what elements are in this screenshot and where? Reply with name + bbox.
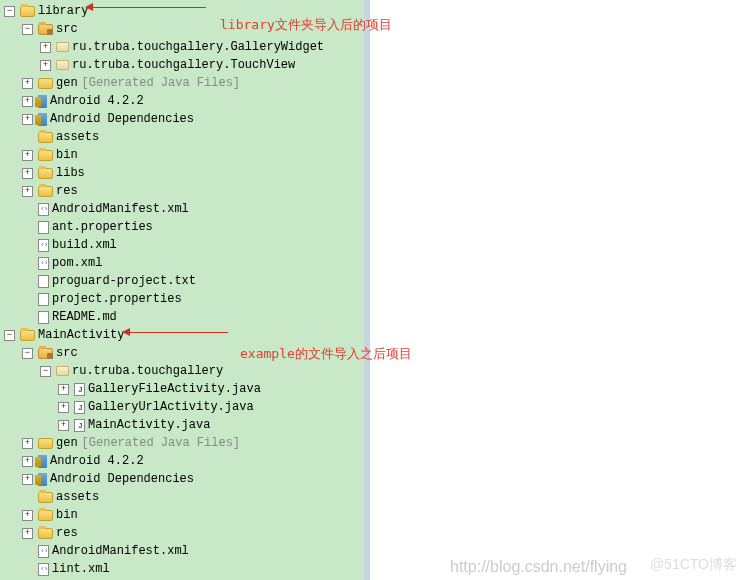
expander-icon[interactable]: −	[4, 6, 15, 17]
file-icon	[38, 221, 49, 234]
tree-label-suffix: [Generated Java Files]	[82, 436, 240, 450]
expander-icon[interactable]: +	[22, 474, 33, 485]
expander-icon[interactable]: −	[4, 330, 15, 341]
tree-label: AndroidManifest.xml	[52, 544, 189, 558]
tree-label: assets	[56, 490, 99, 504]
expander-icon[interactable]: −	[22, 24, 33, 35]
expander-icon[interactable]: +	[22, 114, 33, 125]
file-icon	[38, 293, 49, 306]
expander-icon[interactable]: +	[22, 168, 33, 179]
expander-icon[interactable]: +	[58, 384, 69, 395]
tree-label: GalleryFileActivity.java	[88, 382, 261, 396]
folder-gen[interactable]: +gen[Generated Java Files]	[0, 74, 364, 92]
expander-icon[interactable]: −	[40, 366, 51, 377]
expander-icon[interactable]: +	[22, 78, 33, 89]
file-build-xml[interactable]: build.xml	[0, 236, 364, 254]
file-icon	[38, 275, 49, 288]
tree-label: proguard-project.txt	[52, 274, 196, 288]
lib-dependencies[interactable]: +Android Dependencies	[0, 110, 364, 128]
folder-icon	[38, 150, 53, 161]
tree-label: libs	[56, 166, 85, 180]
tree-label: res	[56, 184, 78, 198]
file-pom-xml[interactable]: pom.xml	[0, 254, 364, 272]
expander-icon[interactable]: +	[22, 438, 33, 449]
file-galleryfileactivity[interactable]: +GalleryFileActivity.java	[0, 380, 364, 398]
gen-icon	[38, 438, 53, 449]
package-icon	[56, 366, 69, 376]
tree-label-suffix: [Generated Java Files]	[82, 76, 240, 90]
folder-src[interactable]: −src	[0, 20, 364, 38]
folder-src-2[interactable]: −src	[0, 344, 364, 362]
tree-label: README.md	[52, 310, 117, 324]
tree-label: GalleryUrlActivity.java	[88, 400, 254, 414]
file-manifest-2[interactable]: AndroidManifest.xml	[0, 542, 364, 560]
expander-icon[interactable]: +	[22, 150, 33, 161]
java-icon	[74, 419, 85, 432]
lib-jar-icon	[38, 473, 47, 486]
package-explorer-tree[interactable]: −library−src+ru.truba.touchgallery.Galle…	[0, 0, 370, 580]
tree-label: build.xml	[52, 238, 117, 252]
tree-label: pom.xml	[52, 256, 102, 270]
file-readme[interactable]: README.md	[0, 308, 364, 326]
file-galleryurlactivity[interactable]: +GalleryUrlActivity.java	[0, 398, 364, 416]
tree-label: project.properties	[52, 292, 182, 306]
tree-label: Android 4.2.2	[50, 454, 144, 468]
tree-label: AndroidManifest.xml	[52, 202, 189, 216]
tree-label: src	[56, 22, 78, 36]
folder-assets-2[interactable]: assets	[0, 488, 364, 506]
lib-android-2[interactable]: +Android 4.2.2	[0, 452, 364, 470]
folder-icon	[38, 492, 53, 503]
tree-label: src	[56, 346, 78, 360]
xml-icon	[38, 563, 49, 576]
lib-dependencies-2[interactable]: +Android Dependencies	[0, 470, 364, 488]
folder-libs[interactable]: +libs	[0, 164, 364, 182]
expander-icon[interactable]: +	[40, 42, 51, 53]
java-icon	[74, 401, 85, 414]
tree-label: Android Dependencies	[50, 472, 194, 486]
expander-icon[interactable]: +	[40, 60, 51, 71]
file-lint-xml[interactable]: lint.xml	[0, 560, 364, 578]
expander-icon[interactable]: +	[22, 96, 33, 107]
xml-icon	[38, 203, 49, 216]
expander-icon[interactable]: +	[22, 510, 33, 521]
package-icon	[56, 60, 69, 70]
tree-label: ant.properties	[52, 220, 153, 234]
folder-icon	[38, 510, 53, 521]
expander-icon[interactable]: +	[22, 186, 33, 197]
project-mainactivity[interactable]: −MainActivity	[0, 326, 364, 344]
folder-res-2[interactable]: +res	[0, 524, 364, 542]
tree-label: bin	[56, 508, 78, 522]
tree-label: bin	[56, 148, 78, 162]
tree-label: lint.xml	[52, 562, 110, 576]
project-library[interactable]: −library	[0, 2, 364, 20]
lib-android[interactable]: +Android 4.2.2	[0, 92, 364, 110]
package-touchgallery[interactable]: −ru.truba.touchgallery	[0, 362, 364, 380]
expander-icon[interactable]: +	[58, 420, 69, 431]
lib-jar-icon	[38, 455, 47, 468]
java-icon	[74, 383, 85, 396]
folder-src-icon	[38, 348, 53, 359]
folder-gen-2[interactable]: +gen[Generated Java Files]	[0, 434, 364, 452]
package-touchview[interactable]: +ru.truba.touchgallery.TouchView	[0, 56, 364, 74]
tree-label: gen	[56, 76, 78, 90]
lib-jar-icon	[38, 113, 47, 126]
file-proguard[interactable]: proguard-project.txt	[0, 272, 364, 290]
xml-icon	[38, 239, 49, 252]
tree-label: Android Dependencies	[50, 112, 194, 126]
file-ant-props[interactable]: ant.properties	[0, 218, 364, 236]
file-manifest[interactable]: AndroidManifest.xml	[0, 200, 364, 218]
expander-icon[interactable]: +	[58, 402, 69, 413]
folder-res[interactable]: +res	[0, 182, 364, 200]
folder-icon	[38, 186, 53, 197]
expander-icon[interactable]: +	[22, 456, 33, 467]
file-project-props[interactable]: project.properties	[0, 290, 364, 308]
folder-assets[interactable]: assets	[0, 128, 364, 146]
folder-bin[interactable]: +bin	[0, 146, 364, 164]
lib-jar-icon	[38, 95, 47, 108]
folder-bin-2[interactable]: +bin	[0, 506, 364, 524]
package-gallerywidget[interactable]: +ru.truba.touchgallery.GalleryWidget	[0, 38, 364, 56]
file-mainactivity-java[interactable]: +MainActivity.java	[0, 416, 364, 434]
expander-icon[interactable]: −	[22, 348, 33, 359]
tree-label: assets	[56, 130, 99, 144]
expander-icon[interactable]: +	[22, 528, 33, 539]
